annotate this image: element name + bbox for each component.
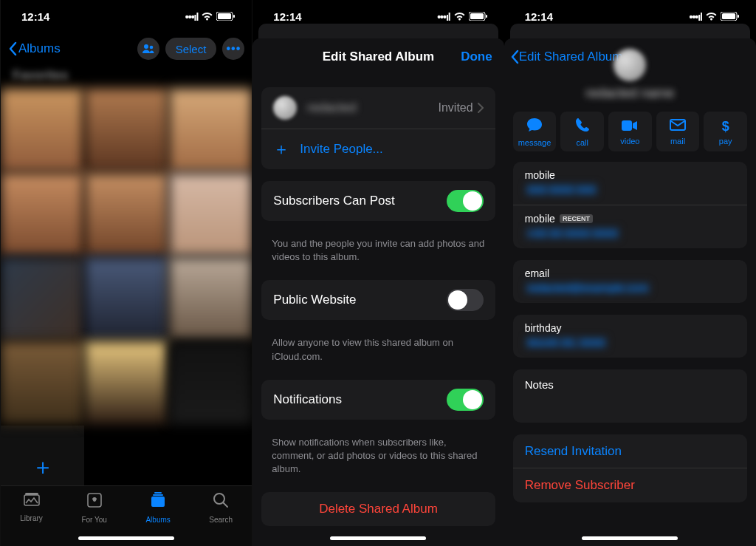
tab-label: For You <box>81 516 106 524</box>
action-row: message call video mail $ <box>504 107 756 154</box>
status-indicators <box>185 10 236 23</box>
birthday-group: birthday Month 00, 0000 <box>513 315 747 358</box>
more-button[interactable]: ••• <box>222 38 244 60</box>
people-icon <box>142 44 155 54</box>
back-label: Edit Shared Album <box>519 50 623 64</box>
email-group: email redacted@example.com <box>513 260 747 303</box>
album-title: Favorites <box>1 65 252 89</box>
back-button[interactable]: Albums <box>8 41 61 56</box>
cellular-icon <box>437 10 450 23</box>
mobile-field[interactable]: mobile 000 0000 000 <box>513 162 747 205</box>
home-indicator[interactable] <box>582 536 678 540</box>
svg-point-4 <box>149 46 153 50</box>
subscribers-can-post-row: Subscribers Can Post <box>261 181 495 221</box>
contact-name: redacted name <box>585 86 674 101</box>
notes-field[interactable]: Notes <box>513 369 747 423</box>
back-button[interactable]: Edit Shared Album <box>510 50 623 64</box>
action-label: mail <box>670 137 685 146</box>
action-label: video <box>620 137 639 146</box>
edit-shared-album-screen: 12:14 Edit Shared Album Done redacted In… <box>252 0 504 546</box>
action-label: call <box>576 138 588 147</box>
subscriber-name: redacted <box>307 100 356 115</box>
svg-rect-13 <box>470 13 484 19</box>
email-value: redacted@example.com <box>525 281 651 294</box>
recent-badge: RECENT <box>560 214 593 223</box>
delete-album-button[interactable]: Delete Shared Album <box>261 492 495 526</box>
svg-rect-18 <box>622 120 632 131</box>
subscribers-can-post-toggle[interactable] <box>447 190 484 212</box>
nav-bar: Albums Select ••• <box>1 33 252 65</box>
chevron-right-icon <box>478 103 484 113</box>
photo-thumbnail[interactable] <box>1 341 83 424</box>
setting-label: Notifications <box>273 392 342 407</box>
select-button[interactable]: Select <box>165 38 217 60</box>
subscriber-status: Invited <box>439 101 484 115</box>
photo-thumbnail[interactable] <box>85 257 168 340</box>
svg-rect-16 <box>722 13 735 19</box>
pay-button[interactable]: $ pay <box>704 112 747 151</box>
public-website-group: Public Website <box>261 280 495 320</box>
email-field[interactable]: email redacted@example.com <box>513 260 747 303</box>
status-bar: 12:14 <box>1 0 252 33</box>
notifications-group: Notifications <box>261 380 495 420</box>
invite-people-button[interactable]: ＋ Invite People... <box>261 129 495 169</box>
photo-thumbnail[interactable] <box>85 173 168 256</box>
status-time: 12:14 <box>525 10 553 23</box>
home-indicator[interactable] <box>330 536 426 540</box>
photo-thumbnail[interactable] <box>169 341 252 424</box>
tab-label: Library <box>20 514 43 522</box>
photo-thumbnail[interactable] <box>1 89 83 171</box>
delete-label: Delete Shared Album <box>319 502 438 516</box>
plus-icon: ＋ <box>32 452 54 482</box>
action-label: pay <box>719 137 732 146</box>
birthday-field[interactable]: birthday Month 00, 0000 <box>513 315 747 358</box>
battery-icon <box>216 12 236 21</box>
call-button[interactable]: call <box>560 112 604 151</box>
field-label: email <box>525 267 735 279</box>
sheet: Edit Shared Album Done redacted Invited … <box>252 38 504 546</box>
notifications-toggle[interactable] <box>447 389 484 411</box>
photo-thumbnail[interactable] <box>85 341 168 424</box>
tab-search[interactable]: Search <box>209 492 233 546</box>
action-label: message <box>518 138 551 147</box>
photo-thumbnail[interactable] <box>85 89 168 171</box>
mobile-recent-field[interactable]: mobile RECENT +00 00 0000 0000 <box>513 205 747 248</box>
avatar <box>614 49 646 81</box>
remove-subscriber-button[interactable]: Remove Subscriber <box>513 468 747 502</box>
photo-thumbnail[interactable] <box>169 173 252 256</box>
public-caption: Allow anyone to view this shared album o… <box>252 332 504 372</box>
phone-value: +00 00 0000 0000 <box>525 227 620 239</box>
done-button[interactable]: Done <box>461 50 492 64</box>
select-label: Select <box>176 43 207 55</box>
wifi-icon <box>705 12 718 21</box>
subscriber-row[interactable]: redacted Invited <box>261 87 495 129</box>
video-icon <box>622 119 638 134</box>
mail-button[interactable]: mail <box>656 112 700 151</box>
message-button[interactable]: message <box>513 112 557 151</box>
public-website-toggle[interactable] <box>447 289 484 311</box>
status-indicators <box>437 10 487 23</box>
shared-with-you-button[interactable] <box>137 38 159 60</box>
avatar <box>273 96 297 120</box>
pay-icon: $ <box>722 119 729 134</box>
photo-thumbnail[interactable] <box>1 257 83 340</box>
photo-thumbnail[interactable] <box>1 173 83 256</box>
wifi-icon <box>201 12 213 21</box>
photo-grid <box>1 89 252 424</box>
video-button[interactable]: video <box>608 112 652 151</box>
ellipsis-icon: ••• <box>226 42 241 55</box>
sheet-nav: Edit Shared Album Done <box>252 38 504 75</box>
phone-group: mobile 000 0000 000 mobile RECENT +00 00… <box>513 162 747 248</box>
invitation-actions-group: Resend Invitation Remove Subscriber <box>513 434 747 502</box>
invite-label: Invite People... <box>300 142 382 157</box>
birthday-value: Month 00, 0000 <box>525 336 608 349</box>
resend-invitation-button[interactable]: Resend Invitation <box>513 434 747 468</box>
contact-detail-screen: 12:14 Edit Shared Album redacted name me… <box>504 0 756 546</box>
tab-label: Albums <box>145 516 170 524</box>
tab-library[interactable]: Library <box>20 492 43 546</box>
home-indicator[interactable] <box>78 536 174 540</box>
photo-thumbnail[interactable] <box>169 257 252 340</box>
photo-thumbnail[interactable] <box>169 89 252 171</box>
phone-value: 000 0000 000 <box>525 183 599 196</box>
phone-icon <box>575 117 590 136</box>
